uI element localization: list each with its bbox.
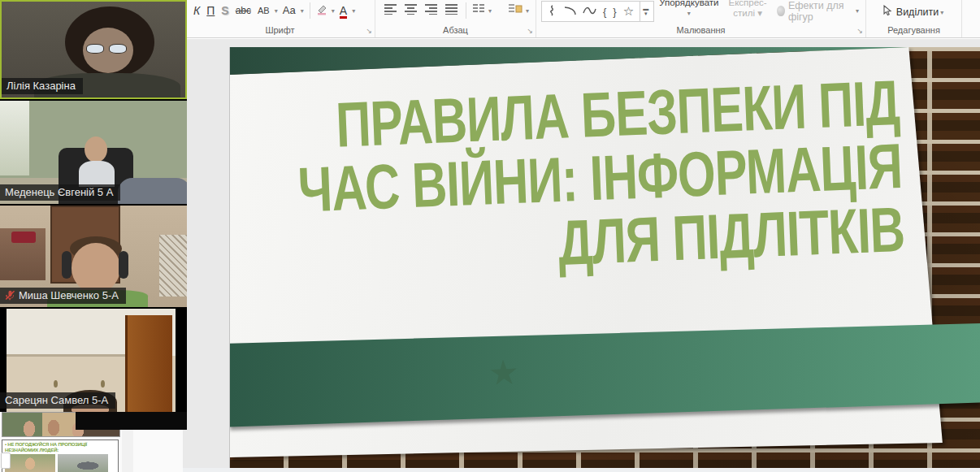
chevron-down-icon[interactable]: ▾ xyxy=(275,7,278,15)
participant-name-badge: Лілія Казаріна xyxy=(2,78,83,94)
thumbnail-caption: • НЕ ПОГОДЖУЙСЯ НА ПРОПОЗИЦІЇ НЕЗНАЙОМИХ… xyxy=(5,442,116,453)
select-button[interactable]: Виділити ▾ xyxy=(896,6,945,18)
window-light xyxy=(0,101,29,175)
glasses-glint xyxy=(86,44,104,54)
curve-shape-icon[interactable] xyxy=(583,6,596,18)
participant-name: Меденець Євгеній 5 А xyxy=(5,186,113,198)
participant-name-badge: Сарецян Самвел 5-А xyxy=(0,392,115,409)
ribbon-group-paragraph: ▾ ▾ Абзац ↘ xyxy=(375,0,536,37)
participant-name: Лілія Казаріна xyxy=(7,80,76,92)
participant-name-badge: Миша Шевченко 5-А xyxy=(0,288,126,304)
quick-styles-button[interactable]: Експрес- стилі ▾ xyxy=(723,0,771,19)
chevron-down-icon[interactable]: ▾ xyxy=(332,7,335,15)
ribbon-group-editing: Виділити ▾ Редагування xyxy=(866,0,962,37)
headphones xyxy=(119,251,128,279)
video-tile-participant-4[interactable]: Сарецян Самвел 5-А xyxy=(0,309,187,412)
chevron-down-icon[interactable]: ▾ xyxy=(488,7,492,15)
font-color-button[interactable]: А xyxy=(340,1,347,20)
headphones xyxy=(62,251,72,279)
ribbon-group-drawing: { } ☆ ▬▾ Упорядкувати ▾ Експрес- стилі ▾ xyxy=(536,0,866,37)
blanket xyxy=(118,178,187,204)
align-center-button[interactable] xyxy=(404,3,418,18)
font-group-label: Шрифт xyxy=(185,25,375,35)
chevron-down-icon[interactable]: ▾ xyxy=(526,7,529,15)
arrange-button[interactable]: Упорядкувати ▾ xyxy=(654,0,723,19)
screen: К П S abc АВ ▾ Аа ▾ ▾ А ▾ Шрифт xyxy=(0,0,980,472)
left-brace-shape-icon[interactable]: { xyxy=(603,6,606,18)
video-tile-participant-2[interactable]: Меденець Євгеній 5 А xyxy=(0,101,187,204)
shape-effects-button[interactable]: Ефекти для фігур ▾ xyxy=(777,0,861,23)
shape-effects-icon xyxy=(777,6,785,16)
ribbon-group-font: К П S abc АВ ▾ Аа ▾ ▾ А ▾ Шрифт xyxy=(185,0,375,37)
participant-name-badge: Меденець Євгеній 5 А xyxy=(0,184,120,201)
align-right-button[interactable] xyxy=(424,3,438,18)
star-shape-icon[interactable]: ☆ xyxy=(623,4,634,19)
divider xyxy=(310,2,310,19)
align-left-button[interactable] xyxy=(384,3,397,18)
slide-title-textbox[interactable]: ПРАВИЛА БЕЗПЕКИ ПІД ЧАС ВІЙНИ: ІНФОРМАЦІ… xyxy=(281,71,906,286)
paragraph-dialog-launcher-icon[interactable]: ↘ xyxy=(527,28,533,35)
italic-button[interactable]: К xyxy=(193,1,200,20)
justify-button[interactable] xyxy=(444,3,458,18)
wardrobe-door xyxy=(125,315,172,412)
participant-name: Сарецян Самвел 5-А xyxy=(5,394,108,406)
convert-to-smartart-button[interactable] xyxy=(508,2,523,19)
video-tile-participant-1[interactable]: Лілія Казаріна xyxy=(0,0,187,99)
statusbar-strip xyxy=(134,468,980,472)
thumbnail-photo-child xyxy=(5,454,55,472)
underline-button[interactable]: П xyxy=(206,1,215,20)
character-spacing-button[interactable]: АВ xyxy=(258,1,270,20)
shapes-gallery[interactable]: { } ☆ ▬▾ xyxy=(541,1,654,22)
shapes-gallery-more-button[interactable]: ▬▾ xyxy=(640,2,651,21)
columns-button[interactable] xyxy=(472,3,485,18)
drawing-group-label: Малювання xyxy=(536,25,865,35)
change-case-button[interactable]: Аа xyxy=(283,1,296,20)
bottom-green-band xyxy=(230,323,980,429)
chevron-down-icon[interactable]: ▾ xyxy=(301,7,304,15)
participant-video xyxy=(85,136,107,162)
video-tile-participant-3[interactable]: Миша Шевченко 5-А xyxy=(0,206,187,307)
shelf-lattice xyxy=(159,235,187,297)
glasses-glint xyxy=(109,44,127,54)
slide-thumbnail-2[interactable]: • НЕ ПОГОДЖУЙСЯ НА ПРОПОЗИЦІЇ НЕЗНАЙОМИХ… xyxy=(2,440,119,472)
meeting-video-strip: Лілія Казаріна Меденець Євгеній 5 А xyxy=(0,0,187,412)
right-brace-shape-icon[interactable]: } xyxy=(613,6,616,18)
meeting-window-edge xyxy=(76,412,187,430)
thumbnail-scrollbar-thumb[interactable] xyxy=(1,453,11,469)
thumbnail-photo-car xyxy=(58,454,108,472)
participant-video xyxy=(72,243,120,293)
highlight-pen-icon[interactable] xyxy=(316,3,328,19)
star-icon: ★ xyxy=(488,352,520,393)
participant-name: Миша Шевченко 5-А xyxy=(19,289,119,301)
drawing-dialog-launcher-icon[interactable]: ↘ xyxy=(856,28,863,35)
chevron-down-icon[interactable]: ▾ xyxy=(352,7,355,15)
text-shadow-button[interactable]: S xyxy=(221,1,228,20)
strikethrough-button[interactable]: abc xyxy=(236,1,251,20)
scribble-shape-icon[interactable] xyxy=(548,5,557,19)
select-cursor-icon xyxy=(882,5,892,19)
font-dialog-launcher-icon[interactable]: ↘ xyxy=(366,28,372,35)
slide-canvas[interactable]: ★ ПРАВИЛА БЕЗПЕКИ ПІД ЧАС ВІЙНИ: ІНФОРМА… xyxy=(230,47,980,468)
arc-shape-icon[interactable] xyxy=(564,6,576,18)
editing-group-label: Редагування xyxy=(866,25,961,35)
bottom-green-band-shadow: ★ xyxy=(230,323,980,429)
divider xyxy=(466,2,466,19)
paragraph-group-label: Абзац xyxy=(375,25,536,35)
muted-mic-icon xyxy=(5,290,15,301)
